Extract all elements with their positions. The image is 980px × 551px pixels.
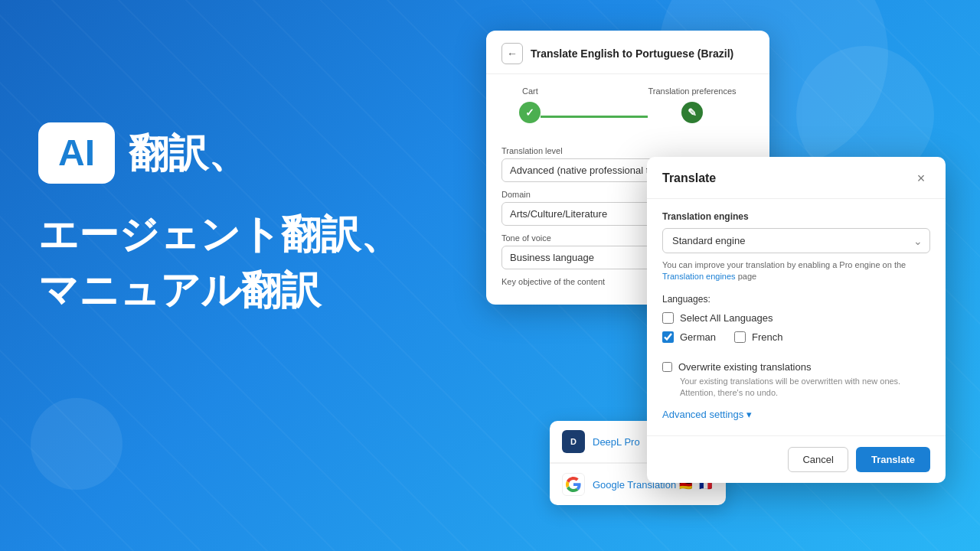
overwrite-checkbox[interactable] bbox=[662, 362, 672, 372]
svg-text:D: D bbox=[570, 437, 577, 446]
step-1-circle: ✓ bbox=[519, 102, 541, 123]
language-checkboxes-row: German French bbox=[662, 331, 930, 350]
advanced-settings-link[interactable]: Advanced settings ▾ bbox=[662, 409, 930, 420]
ai-badge-text: AI bbox=[58, 135, 95, 171]
hint-text: You can improve your translation by enab… bbox=[662, 259, 930, 283]
engine-select-wrapper: Standard engine bbox=[662, 228, 930, 253]
select-all-label[interactable]: Select All Languages bbox=[680, 312, 773, 324]
engines-section-label: Translation engines bbox=[662, 211, 930, 222]
german-label[interactable]: German bbox=[680, 331, 716, 343]
overwrite-desc: Your existing translations will be overw… bbox=[680, 376, 930, 399]
back-button[interactable]: ← bbox=[501, 43, 523, 64]
translate-modal: Translate × Translation engines Standard… bbox=[647, 157, 946, 483]
cancel-button[interactable]: Cancel bbox=[788, 447, 848, 472]
step-2: Translation preferences ✎ bbox=[648, 86, 736, 123]
step-1: Cart ✓ bbox=[519, 86, 541, 123]
translation-engines-link[interactable]: Translation engines bbox=[662, 272, 736, 281]
hero-ai-row: AI 翻訳、 bbox=[38, 122, 400, 184]
google-icon bbox=[562, 473, 585, 496]
deepl-icon: D bbox=[562, 430, 585, 453]
overwrite-row: Overwrite existing translations Your exi… bbox=[662, 361, 930, 399]
translate-modal-body: Translation engines Standard engine You … bbox=[647, 199, 946, 435]
close-button[interactable]: × bbox=[912, 169, 930, 187]
hint-suffix: page bbox=[738, 272, 756, 281]
german-row: German bbox=[662, 331, 716, 343]
step-2-label: Translation preferences bbox=[648, 86, 736, 96]
translate-modal-header: Translate × bbox=[647, 157, 946, 199]
step-2-circle: ✎ bbox=[681, 102, 703, 123]
translate-button[interactable]: Translate bbox=[856, 447, 930, 472]
bg-circle-3 bbox=[31, 398, 122, 490]
languages-label: Languages: bbox=[662, 294, 930, 305]
hero-line-3: マニュアル翻訳 bbox=[38, 262, 400, 318]
engine-select[interactable]: Standard engine bbox=[662, 228, 930, 253]
french-label[interactable]: French bbox=[752, 331, 782, 343]
dialog-main-header: ← Translate English to Portuguese (Brazi… bbox=[486, 31, 769, 74]
advanced-settings-label: Advanced settings bbox=[662, 409, 743, 420]
stepper: Cart ✓ Translation preferences ✎ bbox=[486, 74, 769, 129]
translate-modal-footer: Cancel Translate bbox=[647, 435, 946, 483]
select-all-checkbox[interactable] bbox=[662, 312, 674, 324]
hero-line-1: 翻訳、 bbox=[129, 133, 248, 173]
select-all-row: Select All Languages bbox=[662, 312, 930, 324]
ai-badge: AI bbox=[38, 122, 115, 184]
french-checkbox[interactable] bbox=[734, 331, 746, 343]
step-1-label: Cart bbox=[522, 86, 538, 96]
hero-line-2: エージェント翻訳、 bbox=[38, 207, 400, 262]
french-row: French bbox=[734, 331, 782, 343]
overwrite-label[interactable]: Overwrite existing translations bbox=[662, 361, 930, 373]
deepl-left: D DeepL Pro bbox=[562, 430, 640, 453]
dialog-main-title: Translate English to Portuguese (Brazil) bbox=[531, 47, 733, 60]
chevron-down-icon: ▾ bbox=[746, 409, 752, 420]
deepl-name[interactable]: DeepL Pro bbox=[593, 436, 640, 448]
translate-modal-title: Translate bbox=[662, 171, 716, 185]
step-line bbox=[541, 116, 648, 118]
hero-section: AI 翻訳、 エージェント翻訳、 マニュアル翻訳 bbox=[38, 122, 400, 318]
hint-prefix: You can improve your translation by enab… bbox=[662, 260, 906, 269]
translation-level-label: Translation level bbox=[501, 146, 754, 155]
german-checkbox[interactable] bbox=[662, 331, 674, 343]
